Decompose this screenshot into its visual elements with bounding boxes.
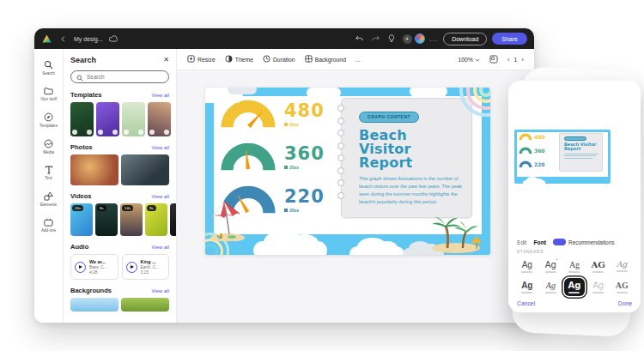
cloud-decoration bbox=[253, 241, 327, 255]
spiral-binding-icon bbox=[337, 105, 344, 199]
tab-edit[interactable]: Edit bbox=[517, 239, 526, 245]
video-duration-badge: 14s bbox=[122, 205, 133, 211]
cancel-button[interactable]: Cancel bbox=[517, 300, 535, 306]
audio-track-card[interactable]: King ... Earth, C... 3:15 bbox=[122, 254, 170, 280]
share-button[interactable]: Share bbox=[492, 33, 527, 45]
font-tile[interactable]: AG bbox=[611, 278, 632, 296]
video-thumb[interactable]: 8s bbox=[95, 203, 118, 236]
font-tile[interactable]: Ag bbox=[517, 278, 538, 296]
photo-thumb[interactable] bbox=[121, 154, 169, 185]
audio-view-all-link[interactable]: View all bbox=[151, 245, 169, 250]
font-name-label bbox=[592, 292, 604, 294]
template-thumb[interactable] bbox=[70, 102, 94, 136]
phone-canvas-preview[interactable]: 480 360 220 Beach Visitor Report bbox=[514, 130, 611, 184]
gauge-row-2[interactable]: 360 20xx bbox=[219, 141, 325, 173]
template-thumb[interactable] bbox=[148, 102, 171, 136]
folder-icon bbox=[44, 87, 53, 95]
gauge-label: 20xx bbox=[289, 122, 299, 127]
font-tile[interactable]: Ag bbox=[541, 257, 562, 275]
backgrounds-view-all-link[interactable]: View all bbox=[151, 288, 169, 294]
resize-icon bbox=[187, 55, 195, 64]
design-canvas[interactable]: 480 20xx 360 20xx bbox=[205, 88, 490, 255]
font-name-label bbox=[568, 271, 580, 273]
cloud-decoration bbox=[307, 88, 341, 98]
font-name-label bbox=[521, 292, 532, 294]
videos-view-all-link[interactable]: View all bbox=[151, 194, 169, 199]
sidebar-item-add-ons[interactable]: Add-ons bbox=[34, 213, 63, 239]
slide-body-text[interactable]: This graph shows fluctuations in the num… bbox=[359, 175, 463, 206]
video-thumb[interactable]: 20s bbox=[70, 203, 93, 236]
toolbar-more-button[interactable]: ... bbox=[355, 57, 361, 63]
video-thumb[interactable] bbox=[170, 203, 177, 236]
search-input-wrap[interactable] bbox=[70, 70, 169, 83]
duration-button[interactable]: Duration bbox=[263, 55, 295, 64]
font-tile[interactable]: Ag bbox=[611, 257, 632, 275]
section-title: Audio bbox=[70, 243, 88, 251]
zoom-select[interactable]: 100% bbox=[458, 57, 479, 63]
invite-collaborator-button[interactable]: + bbox=[403, 34, 412, 44]
graph-content-card[interactable]: GRAPH CONTENT Beach Visitor Report This … bbox=[341, 98, 472, 218]
sidebar-item-media[interactable]: Media bbox=[34, 134, 63, 160]
document-title[interactable]: My desig... bbox=[74, 36, 103, 42]
gauge-teal-icon bbox=[219, 141, 277, 173]
photo-thumb[interactable] bbox=[70, 154, 118, 185]
font-tile[interactable]: Ag bbox=[588, 278, 609, 296]
template-thumb[interactable] bbox=[122, 102, 145, 136]
background-button[interactable]: Background bbox=[305, 55, 346, 64]
done-button[interactable]: Done bbox=[618, 300, 632, 306]
templates-section: Templates View all bbox=[70, 91, 169, 136]
background-thumb[interactable] bbox=[70, 298, 118, 312]
elements-icon bbox=[44, 191, 53, 201]
sidebar-item-templates[interactable]: Templates bbox=[34, 107, 63, 134]
font-tile[interactable]: Ag bbox=[564, 257, 585, 275]
font-tile-selected[interactable]: Ag bbox=[564, 278, 585, 296]
lightbulb-icon[interactable] bbox=[386, 33, 398, 45]
play-icon[interactable] bbox=[126, 262, 137, 273]
theme-label: Theme bbox=[235, 57, 253, 63]
next-page-icon[interactable]: › bbox=[521, 56, 524, 64]
theme-button[interactable]: Theme bbox=[225, 55, 253, 64]
font-sample: Ag bbox=[592, 281, 603, 290]
resize-button[interactable]: Resize bbox=[187, 55, 216, 64]
close-icon[interactable]: ✕ bbox=[163, 57, 169, 64]
undo-icon[interactable] bbox=[354, 33, 365, 45]
background-label: Background bbox=[315, 57, 346, 63]
redo-icon[interactable] bbox=[370, 33, 381, 45]
gauge-value: 360 bbox=[284, 145, 325, 163]
sidebar-item-label: Add-ons bbox=[41, 228, 56, 233]
font-sample: Ag bbox=[521, 281, 532, 290]
template-thumb[interactable] bbox=[96, 102, 119, 136]
video-thumb[interactable]: 14s bbox=[120, 203, 143, 236]
background-thumb[interactable] bbox=[121, 298, 169, 312]
video-thumb[interactable]: 9s bbox=[145, 203, 167, 236]
sidebar-item-elements[interactable]: Elements bbox=[34, 186, 63, 213]
play-icon[interactable] bbox=[75, 262, 86, 273]
photos-section: Photos View all bbox=[70, 143, 169, 185]
titlebar-more-button[interactable]: ... bbox=[430, 35, 439, 43]
cloud-decoration bbox=[410, 88, 447, 97]
download-button[interactable]: Download bbox=[443, 33, 487, 45]
recommendations-toggle[interactable]: Recommendations bbox=[553, 239, 614, 245]
media-icon bbox=[44, 139, 53, 148]
sidebar-item-your-stuff[interactable]: Your stuff bbox=[34, 82, 63, 107]
audio-section: Audio View all We ar... Bass, C... 4:28 bbox=[70, 243, 169, 280]
photos-view-all-link[interactable]: View all bbox=[151, 145, 169, 150]
audio-track-card[interactable]: We ar... Bass, C... 4:28 bbox=[70, 254, 118, 280]
gauge-blue-icon bbox=[519, 160, 532, 168]
font-tile[interactable]: AG bbox=[588, 257, 609, 275]
search-input[interactable] bbox=[87, 74, 155, 80]
slide-title[interactable]: Beach Visitor Report bbox=[359, 129, 463, 171]
font-tile[interactable]: Ag bbox=[517, 257, 538, 275]
graph-content-badge: GRAPH CONTENT bbox=[359, 112, 419, 123]
back-chevron-icon[interactable] bbox=[58, 33, 69, 45]
tab-font[interactable]: Font bbox=[533, 239, 546, 245]
video-duration-badge: 20s bbox=[72, 205, 83, 211]
user-avatar[interactable] bbox=[415, 33, 425, 44]
sidebar-item-search[interactable]: Search bbox=[34, 55, 63, 82]
font-tile[interactable]: Ag bbox=[541, 278, 562, 296]
phone-mockup: 480 360 220 Beach Visitor Report Edit Fo… bbox=[508, 81, 641, 312]
pages-view-icon[interactable] bbox=[489, 51, 498, 67]
sidebar-item-text[interactable]: Text bbox=[34, 160, 63, 186]
templates-view-all-link[interactable]: View all bbox=[151, 93, 169, 98]
prev-page-icon[interactable]: ‹ bbox=[507, 56, 510, 64]
